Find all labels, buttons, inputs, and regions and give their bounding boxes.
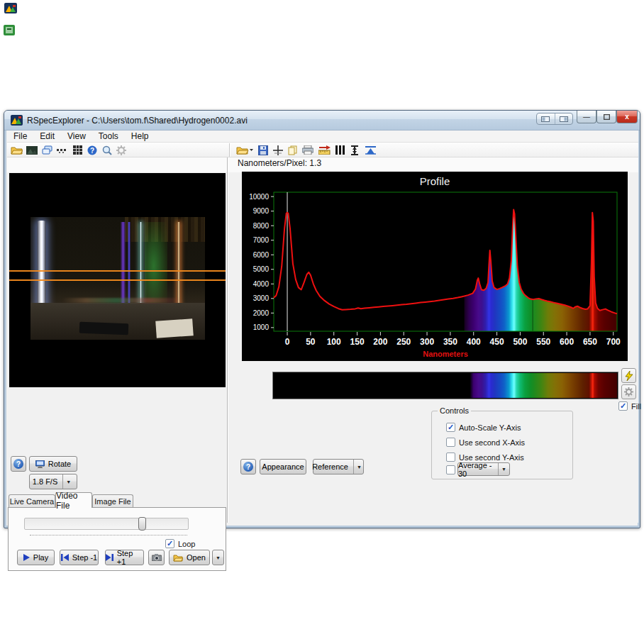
print-icon[interactable] <box>301 144 314 156</box>
app-shortcut-icon[interactable] <box>4 3 17 13</box>
help-icon[interactable]: ? <box>86 144 99 156</box>
svg-text:9000: 9000 <box>253 207 270 215</box>
strip-settings-button[interactable] <box>621 384 636 399</box>
copy-icon[interactable] <box>287 144 299 156</box>
profile-chart[interactable]: Profile050100150200250300350400450500550… <box>242 172 628 361</box>
video-position-slider[interactable] <box>24 518 189 530</box>
image-icon[interactable] <box>26 144 38 156</box>
menu-edit[interactable]: Edit <box>33 131 61 142</box>
svg-text:0: 0 <box>285 337 290 347</box>
tab-video-file[interactable]: Video File <box>55 492 92 508</box>
snapshot-button[interactable] <box>148 550 165 565</box>
layers-icon[interactable] <box>40 144 53 156</box>
calibrate-ruler-icon[interactable] <box>318 144 331 156</box>
grid-icon[interactable] <box>71 144 84 156</box>
green-shortcut-icon[interactable] <box>4 25 15 35</box>
settings-icon[interactable] <box>115 144 128 156</box>
svg-text:6000: 6000 <box>253 251 270 259</box>
sync-button[interactable] <box>621 368 636 383</box>
zoom-icon[interactable] <box>101 144 113 156</box>
svg-text:500: 500 <box>513 337 527 347</box>
dock-right-button[interactable] <box>555 113 573 124</box>
average-dropdown[interactable]: Average - 30 ▼ <box>457 462 510 476</box>
columns-icon[interactable] <box>333 144 346 156</box>
autoscale-checkbox[interactable]: ✓ <box>446 423 455 432</box>
menu-tools[interactable]: Tools <box>92 131 125 142</box>
menu-view[interactable]: View <box>61 131 92 142</box>
main-content: ? Rotate 1.8 F/S ▼ Live Camera Video Fil… <box>7 157 638 523</box>
svg-text:Nanometers: Nanometers <box>423 350 468 358</box>
open-button[interactable]: Open <box>169 550 210 565</box>
fill-label: Fill <box>631 402 641 411</box>
loop-checkbox-row: ✓ Loop <box>165 539 195 548</box>
slider-focus-line <box>30 535 187 535</box>
fill-checkbox[interactable]: ✓ <box>618 401 628 411</box>
panel-splitter[interactable] <box>227 157 228 523</box>
svg-text:200: 200 <box>373 337 387 347</box>
svg-text:250: 250 <box>396 337 411 347</box>
menu-file[interactable]: File <box>7 131 33 142</box>
play-button[interactable]: Play <box>17 550 55 565</box>
save-icon[interactable] <box>257 144 270 156</box>
minimize-button[interactable]: — <box>577 111 596 123</box>
appearance-button[interactable]: Appearance <box>260 459 306 474</box>
flatten-icon[interactable] <box>364 144 377 156</box>
maximize-button[interactable] <box>596 111 616 123</box>
titlebar[interactable]: RSpecExplorer - C:\Users\tom.f\Shared\Hy… <box>4 111 640 131</box>
tab-image-file[interactable]: Image File <box>92 494 133 508</box>
help-question-icon: ? <box>243 462 253 472</box>
slider-thumb[interactable] <box>138 517 146 531</box>
play-icon <box>23 554 30 561</box>
open-dropdown-button[interactable]: ▼ <box>212 550 224 565</box>
open-folder-icon <box>173 554 183 562</box>
toolbar: ? <box>7 143 638 157</box>
svg-text:600: 600 <box>560 337 574 347</box>
loop-checkbox[interactable]: ✓ <box>165 539 174 548</box>
svg-text:400: 400 <box>467 337 481 347</box>
video-help-button[interactable]: ? <box>11 456 26 472</box>
svg-text:10000: 10000 <box>249 193 269 201</box>
spectral-glow-green <box>145 222 167 311</box>
second-y-axis-checkbox[interactable]: ✓ <box>446 453 455 462</box>
step-forward-button[interactable]: Step +1 <box>105 550 144 565</box>
svg-text:8000: 8000 <box>253 222 270 230</box>
menu-help[interactable]: Help <box>125 131 155 142</box>
svg-text:650: 650 <box>583 337 597 347</box>
step-forward-icon <box>106 554 113 561</box>
svg-text:300: 300 <box>420 337 434 347</box>
svg-text:100: 100 <box>327 337 341 347</box>
video-display[interactable] <box>9 173 226 387</box>
selection-line-top[interactable] <box>9 270 226 272</box>
rotate-button[interactable]: Rotate <box>29 456 77 472</box>
gear-icon <box>624 387 633 396</box>
second-x-axis-checkbox[interactable]: ✓ <box>446 438 455 447</box>
dock-left-button[interactable] <box>537 113 555 124</box>
autoscale-row: ✓ Auto-Scale Y-Axis <box>446 423 521 432</box>
open-folder-icon[interactable] <box>10 144 23 156</box>
chart-help-button[interactable]: ? <box>240 459 256 474</box>
reference-dropdown[interactable]: Reference ▼ <box>313 459 364 474</box>
spectral-line-violet <box>121 222 126 311</box>
app-logo-icon <box>11 115 23 126</box>
dots-icon[interactable] <box>55 144 68 156</box>
close-button[interactable]: x <box>616 111 638 123</box>
svg-text:50: 50 <box>306 337 316 347</box>
svg-text:?: ? <box>90 146 94 154</box>
controls-groupbox: Controls ✓ Auto-Scale Y-Axis ✓ Use secon… <box>431 411 573 479</box>
spectrum-gradient <box>274 373 617 398</box>
fps-dropdown[interactable]: 1.8 F/S ▼ <box>29 474 77 489</box>
tab-live-camera[interactable]: Live Camera <box>9 494 55 508</box>
selection-line-bottom[interactable] <box>9 279 226 281</box>
svg-text:1000: 1000 <box>253 323 270 331</box>
open-folder-dropdown-icon[interactable] <box>235 144 254 156</box>
loop-label: Loop <box>178 540 195 548</box>
window-title: RSpecExplorer - C:\Users\tom.f\Shared\Hy… <box>27 116 248 126</box>
spectrum-strip <box>272 372 618 399</box>
vertical-range-icon[interactable] <box>348 144 361 156</box>
step-back-button[interactable]: Step -1 <box>60 550 99 565</box>
chevron-down-icon: ▼ <box>498 463 509 475</box>
chevron-down-icon: ▼ <box>353 460 365 474</box>
crosshair-icon[interactable] <box>272 144 284 156</box>
panel-toggle-buttons <box>536 113 573 125</box>
average-checkbox[interactable]: ✓ <box>446 465 455 474</box>
